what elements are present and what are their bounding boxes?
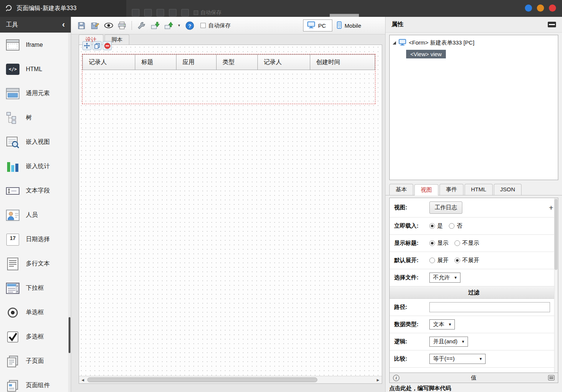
- ghost-checkbox: [194, 10, 198, 15]
- table-header-cell[interactable]: 记录人: [83, 55, 135, 70]
- help-icon[interactable]: ?: [185, 21, 195, 31]
- autosave-checkbox[interactable]: [200, 23, 206, 28]
- table-header-cell[interactable]: 应用: [176, 55, 217, 70]
- radio-title-hide[interactable]: 不显示: [454, 240, 479, 247]
- sidebar-scrollbar[interactable]: [68, 33, 71, 392]
- radio-load-yes[interactable]: 是: [429, 222, 443, 230]
- compare-select[interactable]: 等于(==) ▼: [429, 354, 486, 364]
- properties-scrollbar-thumb[interactable]: [555, 199, 558, 270]
- script-hint-link[interactable]: 点击此处，编写脚本代码: [389, 385, 558, 392]
- radio-load-no[interactable]: 否: [449, 222, 462, 230]
- widget-toolbar: [82, 41, 112, 50]
- tool-item-text-field[interactable]: 文本字段: [0, 179, 71, 203]
- radio-dot-icon: [429, 223, 435, 229]
- sidebar-scrollbar-thumb[interactable]: [69, 317, 70, 353]
- selected-view-widget[interactable]: 记录人 标题 应用 类型 记录人 创建时间: [82, 54, 375, 104]
- export-icon[interactable]: [163, 21, 173, 31]
- print-icon[interactable]: [117, 21, 127, 31]
- scroll-left-arrow-icon[interactable]: ◀: [79, 378, 87, 382]
- tool-item-multiline-text[interactable]: 多行文本: [0, 252, 71, 276]
- add-view-button[interactable]: +: [549, 204, 553, 212]
- prop-row-show-title: 显示标题: 显示 不显示: [390, 235, 558, 252]
- import-icon[interactable]: [150, 21, 160, 31]
- table-header-cell[interactable]: 创建时间: [310, 55, 375, 70]
- export-menu-caret-icon[interactable]: ▼: [177, 21, 181, 31]
- tree-expand-icon[interactable]: [393, 41, 396, 45]
- tool-item-embed-view[interactable]: 嵌入视图: [0, 130, 71, 154]
- table-header-cell[interactable]: 类型: [217, 55, 258, 70]
- ptab-view[interactable]: 视图: [414, 184, 438, 195]
- file-select[interactable]: 不允许 ▼: [429, 273, 460, 283]
- ptab-html[interactable]: HTML: [465, 184, 493, 195]
- device-pc-button[interactable]: PC: [303, 19, 332, 31]
- radio-title-show[interactable]: 显示: [429, 240, 448, 247]
- radio-expand-no[interactable]: 不展开: [454, 257, 479, 264]
- table-header-cell[interactable]: 标题: [135, 55, 176, 70]
- ptab-event[interactable]: 事件: [439, 184, 463, 195]
- table-header-cell[interactable]: 记录人: [258, 55, 310, 70]
- tools-wrench-icon[interactable]: [136, 21, 146, 31]
- ptab-json[interactable]: JSON: [494, 184, 522, 195]
- tool-item-page-component[interactable]: 页面组件: [0, 373, 71, 392]
- tool-item-checkbox[interactable]: 多选框: [0, 325, 71, 349]
- collapse-panel-icon[interactable]: [548, 22, 556, 27]
- delete-widget-button[interactable]: [103, 41, 112, 50]
- caret-down-icon: ▼: [479, 357, 483, 361]
- save-icon[interactable]: [76, 21, 87, 31]
- path-input[interactable]: [429, 302, 550, 312]
- tool-item-date-picker[interactable]: 17 日期选择: [0, 227, 71, 252]
- tool-item-embed-stats[interactable]: 嵌入统计: [0, 154, 71, 179]
- move-widget-button[interactable]: [82, 41, 91, 50]
- design-canvas[interactable]: 记录人 标题 应用 类型 记录人 创建时间 ◀ ▶: [79, 45, 382, 384]
- dropdown-icon: [5, 281, 20, 296]
- tool-item-generic-element[interactable]: 通用元素: [0, 81, 71, 106]
- autosave-toggle[interactable]: 自动保存: [200, 22, 231, 29]
- window-button-red[interactable]: [549, 4, 556, 12]
- tool-item-iframe[interactable]: Iframe: [0, 33, 71, 57]
- expand-label: 默认展开:: [394, 257, 429, 264]
- collapse-sidebar-icon[interactable]: ‹: [62, 21, 65, 29]
- filter-section-header: 过滤: [390, 286, 558, 299]
- copy-widget-button[interactable]: [93, 41, 102, 50]
- properties-title: 属性: [392, 21, 404, 28]
- view-table: 记录人 标题 应用 类型 记录人 创建时间: [82, 54, 375, 70]
- info-icon[interactable]: i: [393, 375, 399, 381]
- preview-icon[interactable]: [103, 21, 114, 31]
- tool-item-subpage[interactable]: 子页面: [0, 349, 71, 373]
- titlebar: 页面编辑-新建表单333 自动保存: [0, 0, 562, 17]
- logic-select[interactable]: 并且(and) ▼: [429, 337, 468, 347]
- scroll-right-arrow-icon[interactable]: ▶: [374, 378, 382, 382]
- datatype-select[interactable]: 文本 ▼: [429, 319, 455, 329]
- window-button-blue[interactable]: [525, 4, 532, 12]
- properties-tabs: 基本 视图 事件 HTML JSON: [386, 181, 562, 195]
- ghost-dropdown: [330, 14, 359, 17]
- tool-item-dropdown[interactable]: 下拉框: [0, 276, 71, 300]
- horizontal-scroll-thumb[interactable]: [87, 377, 317, 382]
- value-label: 值: [399, 374, 548, 382]
- html-icon: </>: [5, 62, 20, 77]
- window-button-orange[interactable]: [537, 4, 544, 12]
- page-component-icon: [5, 378, 20, 392]
- tool-item-html[interactable]: </> HTML: [0, 57, 71, 81]
- tree-icon: [5, 110, 20, 125]
- show-title-label: 显示标题:: [394, 240, 429, 247]
- app-logo-icon: [4, 4, 13, 13]
- ghost-icon: [169, 9, 176, 16]
- device-mobile-button[interactable]: Mobile: [332, 19, 366, 31]
- tool-item-radio[interactable]: 单选框: [0, 300, 71, 325]
- ghost-icon: [181, 9, 189, 16]
- radio-expand-yes[interactable]: 展开: [429, 257, 448, 264]
- tree-node-form[interactable]: <Form> 新建表单333 [PC]: [393, 39, 555, 47]
- console-icon[interactable]: [548, 375, 555, 380]
- canvas-horizontal-scrollbar[interactable]: ◀ ▶: [79, 376, 382, 383]
- tool-item-person[interactable]: 人员: [0, 203, 71, 227]
- ghost-icon: [144, 9, 152, 16]
- tree-view-label[interactable]: <View> view: [406, 50, 446, 58]
- view-value-button[interactable]: 工作日志: [429, 201, 462, 214]
- properties-scrollbar[interactable]: [554, 198, 558, 373]
- save-as-icon[interactable]: [90, 21, 100, 31]
- ptab-basic[interactable]: 基本: [389, 184, 413, 195]
- prop-row-logic: 逻辑: 并且(and) ▼: [390, 333, 558, 350]
- tool-item-tree[interactable]: 树: [0, 106, 71, 130]
- radio-dot-icon: [449, 223, 454, 229]
